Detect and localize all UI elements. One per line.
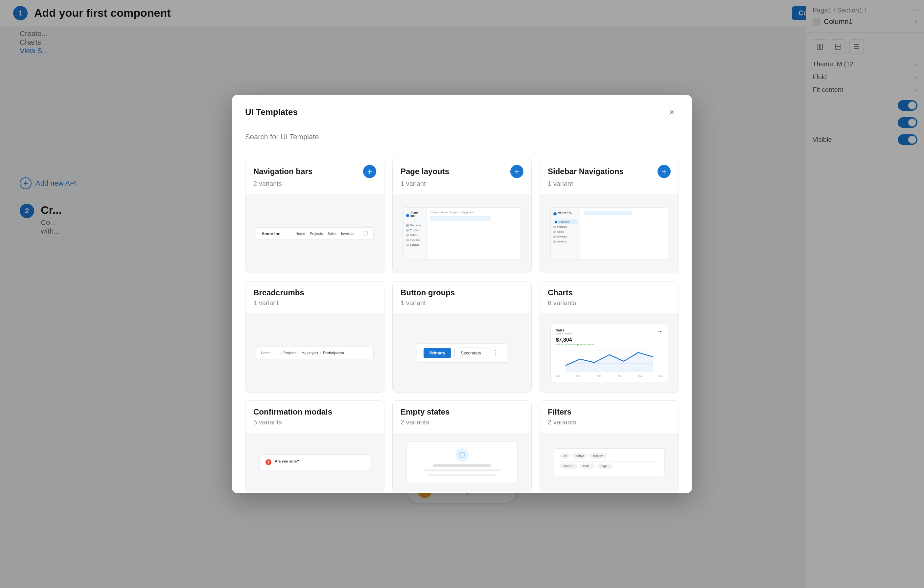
- card-variant-filters: 2 variants: [540, 418, 678, 433]
- confirm-warning-icon: !: [266, 459, 271, 465]
- template-card-confirmation-modals[interactable]: Confirmation modals 5 variants ! Are you…: [245, 400, 384, 492]
- card-title-charts: Charts: [548, 288, 573, 297]
- card-title-filters: Filters: [548, 407, 571, 417]
- empty-icon: [455, 448, 469, 461]
- template-grid: Navigation bars + 2 variants Acme Inc. H…: [232, 148, 692, 493]
- card-title-navigation-bars: Navigation bars: [253, 167, 312, 176]
- card-preview-charts: Sales Last 6 months ··· $7,804 +$XXX (Y%…: [540, 313, 678, 392]
- add-button-page-layouts[interactable]: +: [510, 165, 523, 178]
- card-preview-sidebar-navigations: Acme Inc. Overview Projects Sales Invoic…: [540, 194, 678, 273]
- card-header-filters: Filters: [540, 401, 678, 418]
- card-header-page-layouts: Page layouts +: [393, 158, 531, 180]
- card-variant-page-layouts: 1 variant: [393, 180, 531, 194]
- card-preview-confirmation-modals: ! Are you sure?: [246, 433, 384, 492]
- modal-header: UI Templates ×: [232, 95, 692, 126]
- card-preview-filters: All Active Inactive Status ↓ Date ↓ Type…: [540, 433, 678, 492]
- empty-state-preview: [406, 441, 518, 483]
- confirm-text: Are you sure?: [275, 459, 299, 463]
- card-header-sidebar-navigations: Sidebar Navigations +: [540, 158, 678, 180]
- template-card-navigation-bars[interactable]: Navigation bars + 2 variants Acme Inc. H…: [245, 158, 384, 273]
- card-variant-breadcrumbs: 1 variant: [246, 299, 384, 313]
- card-preview-empty-states: [393, 433, 531, 492]
- card-title-empty-states: Empty states: [401, 407, 449, 417]
- card-header-charts: Charts: [540, 282, 678, 299]
- ui-templates-modal: UI Templates × Navigation bars + 2 varia…: [232, 95, 692, 493]
- primary-button-preview[interactable]: Primary: [424, 348, 451, 358]
- card-header-button-groups: Button groups: [393, 282, 531, 299]
- button-group-preview: Primary Secondary ⋮: [417, 343, 508, 362]
- card-header-breadcrumbs: Breadcrumbs: [246, 282, 384, 299]
- template-card-filters[interactable]: Filters 2 variants All Active Inactive S…: [540, 400, 679, 492]
- add-button-navigation-bars[interactable]: +: [363, 165, 376, 178]
- card-title-confirmation-modals: Confirmation modals: [253, 407, 332, 417]
- card-preview-button-groups: Primary Secondary ⋮: [393, 313, 531, 392]
- card-preview-navigation-bars: Acme Inc. Home Projects Sales Invoices: [246, 194, 384, 273]
- search-input[interactable]: [245, 133, 679, 141]
- chart-svg: [556, 346, 663, 372]
- template-card-sidebar-navigations[interactable]: Sidebar Navigations + 1 variant Acme Inc…: [540, 158, 679, 273]
- card-header-confirmation-modals: Confirmation modals: [246, 401, 384, 418]
- more-options-button-preview[interactable]: ⋮: [491, 348, 500, 358]
- template-card-empty-states[interactable]: Empty states 2 variants: [392, 400, 532, 492]
- card-title-sidebar-navigations: Sidebar Navigations: [548, 167, 624, 176]
- card-preview-page-layouts: Acme Inc. Overview Projects Sales Invoic…: [393, 194, 531, 273]
- card-preview-breadcrumbs: Home › ··· › Projects › My project › Par…: [246, 313, 384, 392]
- card-header-empty-states: Empty states: [393, 401, 531, 418]
- chart-preview: Sales Last 6 months ··· $7,804 +$XXX (Y%…: [550, 324, 668, 382]
- template-card-button-groups[interactable]: Button groups 1 variant Primary Secondar…: [392, 281, 532, 392]
- nav-avatar-preview: [363, 231, 368, 236]
- card-variant-sidebar-navigations: 1 variant: [540, 180, 678, 194]
- template-card-page-layouts[interactable]: Page layouts + 1 variant Acme Inc. Overv…: [392, 158, 532, 273]
- template-card-charts[interactable]: Charts 6 variants Sales Last 6 months ··…: [540, 281, 679, 392]
- secondary-button-preview[interactable]: Secondary: [454, 348, 487, 358]
- card-title-button-groups: Button groups: [401, 288, 455, 297]
- modal-title: UI Templates: [245, 107, 298, 117]
- card-title-breadcrumbs: Breadcrumbs: [253, 288, 304, 297]
- modal-search-area: [232, 126, 692, 148]
- template-card-breadcrumbs[interactable]: Breadcrumbs 1 variant Home › ··· › Proje…: [245, 281, 384, 392]
- navbar-preview: Acme Inc. Home Projects Sales Invoices: [256, 227, 374, 240]
- modal-close-button[interactable]: ×: [664, 105, 679, 119]
- card-variant-empty-states: 2 variants: [393, 418, 531, 433]
- card-title-page-layouts: Page layouts: [401, 167, 449, 176]
- add-button-sidebar-navigations[interactable]: +: [658, 165, 671, 178]
- page-layout-preview: Acme Inc. Overview Projects Sales Invoic…: [403, 207, 521, 260]
- breadcrumbs-preview: Home › ··· › Projects › My project › Par…: [256, 347, 374, 359]
- card-header-navigation-bars: Navigation bars +: [246, 158, 384, 180]
- filters-preview: All Active Inactive Status ↓ Date ↓ Type…: [554, 448, 665, 476]
- sidebar-nav-preview: Acme Inc. Overview Projects Sales Invoic…: [550, 207, 668, 260]
- card-variant-confirmation-modals: 5 variants: [246, 418, 384, 433]
- card-variant-navigation-bars: 2 variants: [246, 180, 384, 194]
- confirmation-preview: ! Are you sure?: [259, 454, 370, 470]
- card-variant-charts: 6 variants: [540, 299, 678, 313]
- card-variant-button-groups: 1 variant: [393, 299, 531, 313]
